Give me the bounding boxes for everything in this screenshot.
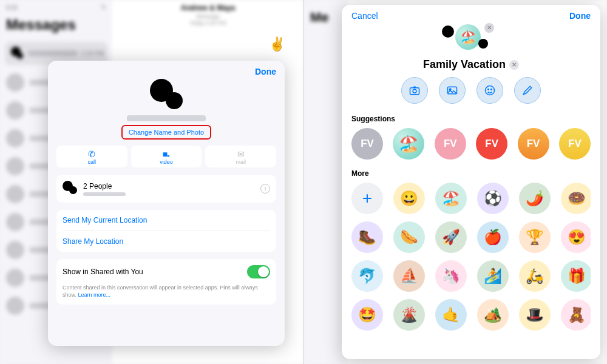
clear-name-icon[interactable]: ✕ [509, 60, 519, 70]
emoji-button[interactable] [476, 77, 503, 104]
mail-icon: ✉ [205, 149, 276, 159]
mail-button: ✉ mail [205, 146, 276, 167]
shared-with-you-toggle[interactable] [247, 265, 270, 278]
suggestion-item[interactable]: FV [559, 128, 591, 160]
group-name-field[interactable]: Family Vacation✕ [351, 58, 591, 71]
conversation-meta: iMessage Today 2:20 PM [116, 13, 300, 27]
suggestions-label: Suggestions [351, 115, 591, 123]
group-avatar [145, 79, 188, 113]
suggestion-item[interactable]: FV [351, 128, 383, 160]
shared-with-you-hint: Content shared in this conversation will… [63, 285, 270, 305]
emoji-option[interactable]: 🌭 [393, 221, 425, 253]
emoji-option[interactable]: 🛵 [519, 260, 551, 292]
photo-source-row [351, 77, 591, 104]
call-button[interactable]: ✆ call [56, 146, 127, 167]
shared-with-you-row: Show in Shared with You [63, 259, 270, 285]
clear-photo-icon[interactable]: ✕ [484, 23, 494, 33]
video-icon: ■▸ [131, 149, 202, 159]
more-label: More [351, 169, 591, 178]
emoji-option[interactable]: 🌶️ [519, 183, 551, 214]
suggestions-row: FV🏖️FVFVFVFV [351, 128, 591, 160]
cancel-button[interactable]: Cancel [351, 11, 378, 21]
left-screenshot: Edit ✎ Messages 2:20 PM [0, 0, 304, 364]
done-button[interactable]: Done [56, 67, 276, 76]
send-location-button[interactable]: Send My Current Location [63, 210, 270, 231]
member-dot [478, 39, 488, 49]
emoji-option[interactable]: 🏕️ [477, 299, 509, 331]
emoji-option[interactable]: 🤙 [435, 299, 467, 331]
group-avatar-preview: 🏖️ ✕ [441, 22, 501, 56]
peace-emoji-message: ✌️ [269, 36, 285, 52]
emoji-option[interactable]: 🦄 [435, 260, 467, 292]
video-button[interactable]: ■▸ video [131, 146, 202, 167]
pinned-avatar [8, 46, 24, 61]
pinned-name-redacted [28, 50, 78, 56]
emoji-option[interactable]: 🧸 [561, 299, 591, 331]
compose-icon[interactable]: ✎ [101, 4, 106, 12]
more-grid: +😀🏖️⚽🌶️🍩🥾🌭🚀🍎🏆😍🐬⛵🦄🏄🛵🎁🤩🌋🤙🏕️🎩🧸 [351, 183, 591, 331]
emoji-option[interactable]: 😍 [561, 221, 591, 253]
emoji-option[interactable]: 🌋 [393, 299, 425, 331]
emoji-option[interactable]: 🤩 [351, 299, 383, 331]
conversation-name: Andrew & Maya [116, 4, 300, 12]
suggestion-item[interactable]: FV [518, 128, 549, 160]
pencil-button[interactable] [514, 77, 541, 104]
emoji-option[interactable]: 🎩 [519, 299, 551, 331]
people-section: 2 People i [56, 175, 276, 203]
camera-button[interactable] [401, 77, 428, 104]
emoji-option[interactable]: 🏖️ [435, 183, 467, 214]
member-dot [442, 25, 454, 38]
suggestion-item[interactable]: 🏖️ [393, 128, 424, 160]
emoji-option[interactable]: 🥾 [351, 221, 383, 253]
emoji-option[interactable]: 🎁 [561, 260, 591, 292]
people-count: 2 People [83, 182, 126, 190]
learn-more-link[interactable]: Learn more... [78, 292, 111, 298]
right-screenshot: Me ✌️ Cancel Done 🏖️ ✕ Family Vacation✕ … [304, 0, 607, 364]
shared-with-you-section: Show in Shared with You Content shared i… [56, 259, 276, 305]
emoji-option[interactable]: 🍩 [561, 183, 591, 214]
pinned-time: 2:20 PM [81, 50, 104, 57]
svg-point-4 [486, 86, 495, 95]
emoji-option[interactable]: ⚽ [477, 183, 509, 214]
people-row[interactable]: 2 People i [63, 175, 270, 203]
photos-button[interactable] [439, 77, 466, 104]
emoji-option[interactable]: 🚀 [435, 221, 467, 253]
emoji-option[interactable]: 🐬 [351, 260, 383, 292]
people-avatar [63, 181, 78, 197]
group-name-redacted [127, 115, 206, 121]
svg-point-1 [413, 89, 416, 93]
share-location-button[interactable]: Share My Location [63, 231, 270, 252]
name-photo-editor: Cancel Done 🏖️ ✕ Family Vacation✕ Sugges… [342, 5, 600, 359]
svg-point-5 [488, 89, 489, 90]
emoji-option[interactable]: 🏄 [477, 260, 509, 292]
add-emoji-button[interactable]: + [351, 183, 383, 214]
people-sub-redacted [83, 192, 126, 196]
emoji-option[interactable]: 🏆 [519, 221, 551, 253]
change-name-photo-link[interactable]: Change Name and Photo [121, 125, 211, 140]
emoji-option[interactable]: 😀 [393, 183, 425, 214]
svg-rect-0 [410, 88, 419, 95]
done-button[interactable]: Done [569, 11, 591, 21]
messages-title: Messages [0, 15, 112, 38]
emoji-option[interactable]: ⛵ [393, 260, 425, 292]
phone-icon: ✆ [56, 149, 127, 159]
suggestion-item[interactable]: FV [435, 128, 466, 160]
suggestion-item[interactable]: FV [476, 128, 507, 160]
action-buttons: ✆ call ■▸ video ✉ mail [56, 146, 276, 167]
emoji-option[interactable]: 🍎 [477, 221, 509, 253]
location-section: Send My Current Location Share My Locati… [56, 210, 276, 252]
group-photo[interactable]: 🏖️ [455, 24, 481, 50]
edit-link[interactable]: Edit [6, 4, 18, 12]
svg-point-6 [491, 89, 492, 90]
info-icon[interactable]: i [260, 184, 270, 194]
conversation-details-card: Done Change Name and Photo ✆ call ■▸ vid… [48, 61, 285, 346]
